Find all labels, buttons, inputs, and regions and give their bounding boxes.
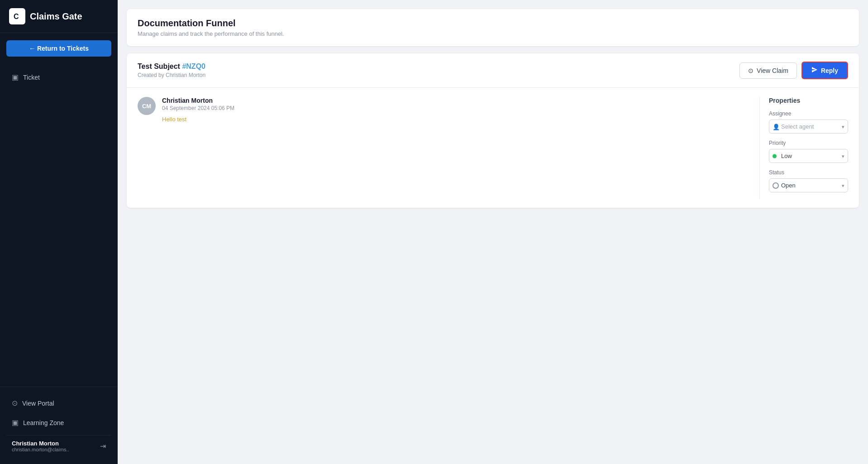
logo-area: C Claims Gate: [0, 0, 118, 33]
message-content: Christian Morton 04 September 2024 05:06…: [162, 97, 234, 123]
priority-section: Priority Low Medium High Urgent: [769, 140, 848, 163]
ticket-created: Created by Christian Morton: [138, 72, 205, 78]
header-card: Documentation Funnel Manage claims and t…: [127, 9, 859, 46]
properties-panel: Properties Assignee 👤 Select agent Prior…: [769, 97, 848, 199]
priority-label: Priority: [769, 140, 848, 146]
properties-title: Properties: [769, 97, 848, 104]
portal-icon: ⊙: [12, 399, 18, 407]
user-email: christian.morton@claims..: [12, 447, 69, 452]
ticket-actions: ⊙ View Claim Reply: [739, 62, 848, 79]
status-select-wrapper: Open Pending Resolved Closed: [769, 178, 848, 192]
reply-label: Reply: [821, 67, 838, 74]
avatar: CM: [138, 97, 156, 115]
app-title: Claims Gate: [30, 11, 82, 22]
assignee-label: Assignee: [769, 110, 848, 117]
message-author: Christian Morton: [162, 97, 234, 104]
svg-text:C: C: [14, 13, 19, 20]
ticket-subject-text: Test Subject: [138, 62, 180, 70]
user-info: Christian Morton christian.morton@claims…: [12, 440, 69, 452]
sidebar-item-ticket[interactable]: ▣ Ticket: [6, 68, 111, 86]
status-select[interactable]: Open Pending Resolved Closed: [769, 178, 848, 192]
view-claim-label: View Claim: [757, 67, 788, 74]
message-text: Hello test: [162, 116, 234, 123]
sidebar-item-view-portal[interactable]: ⊙ View Portal: [6, 394, 111, 412]
logo-icon: C: [9, 8, 25, 24]
ticket-subject: Test Subject #NZQ0: [138, 62, 205, 71]
sidebar-top: ← Return to Tickets: [0, 33, 118, 64]
learning-icon: ▣: [12, 418, 19, 427]
view-claim-button[interactable]: ⊙ View Claim: [739, 62, 797, 79]
eye-icon: ⊙: [748, 67, 754, 74]
sidebar-item-learning-zone[interactable]: ▣ Learning Zone: [6, 414, 111, 431]
ticket-id: #NZQ0: [182, 62, 205, 70]
view-portal-label: View Portal: [22, 400, 54, 407]
funnel-title: Documentation Funnel: [138, 18, 848, 29]
send-icon: [811, 67, 818, 74]
learning-zone-label: Learning Zone: [23, 419, 64, 426]
assignee-select[interactable]: Select agent: [769, 120, 848, 134]
divider: [759, 97, 760, 199]
priority-select[interactable]: Low Medium High Urgent: [769, 149, 848, 163]
status-section: Status Open Pending Resolved Closed: [769, 169, 848, 192]
return-to-tickets-button[interactable]: ← Return to Tickets: [6, 40, 111, 57]
ticket-area: Test Subject #NZQ0 Created by Christian …: [127, 53, 859, 208]
main-content: Documentation Funnel Manage claims and t…: [118, 0, 868, 464]
reply-button[interactable]: Reply: [801, 62, 848, 79]
assignee-section: Assignee 👤 Select agent: [769, 110, 848, 134]
user-name: Christian Morton: [12, 440, 69, 447]
message-timestamp: 04 September 2024 05:06 PM: [162, 105, 234, 111]
priority-select-wrapper: Low Medium High Urgent: [769, 149, 848, 163]
logout-icon[interactable]: ⇥: [100, 442, 106, 450]
ticket-messages: CM Christian Morton 04 September 2024 05…: [138, 97, 750, 199]
ticket-title-area: Test Subject #NZQ0 Created by Christian …: [138, 62, 205, 78]
sidebar: C Claims Gate ← Return to Tickets ▣ Tick…: [0, 0, 118, 464]
sidebar-bottom: ⊙ View Portal ▣ Learning Zone Christian …: [0, 387, 118, 464]
ticket-header: Test Subject #NZQ0 Created by Christian …: [127, 53, 859, 88]
sidebar-item-ticket-label: Ticket: [23, 74, 40, 81]
ticket-icon: ▣: [12, 73, 19, 81]
user-section: Christian Morton christian.morton@claims…: [6, 435, 111, 457]
funnel-subtitle: Manage claims and track the performance …: [138, 30, 848, 37]
ticket-body: CM Christian Morton 04 September 2024 05…: [127, 88, 859, 208]
status-label: Status: [769, 169, 848, 176]
agent-select-wrapper: 👤 Select agent: [769, 120, 848, 134]
sidebar-nav: ▣ Ticket: [0, 64, 118, 387]
message: CM Christian Morton 04 September 2024 05…: [138, 97, 750, 123]
